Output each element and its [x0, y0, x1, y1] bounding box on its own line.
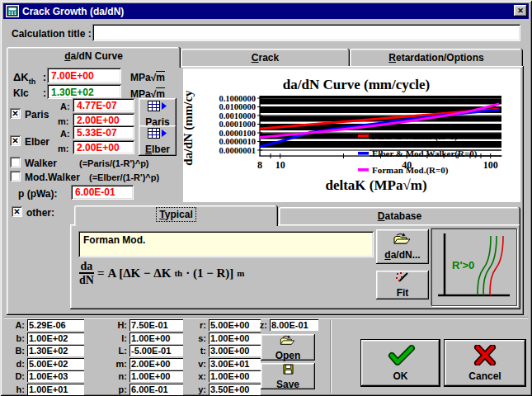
- param-field[interactable]: 7.50E-01: [129, 319, 183, 331]
- param-label: H:: [111, 320, 127, 330]
- elber-a-field[interactable]: 5.33E-07: [73, 125, 134, 139]
- delta-kth-field[interactable]: 7.00E+00: [47, 68, 121, 83]
- param-label: D:: [8, 371, 25, 381]
- fit-wand-icon: [395, 271, 410, 286]
- param-label: n:: [111, 371, 127, 381]
- paris-a-field[interactable]: 4.77E-07: [73, 98, 134, 112]
- param-row: L:-5.00E-01: [111, 345, 183, 356]
- param-label: y:: [190, 384, 206, 394]
- svg-text:0.1000000: 0.1000000: [219, 94, 256, 103]
- close-button[interactable]: ✕: [514, 5, 527, 16]
- save-button[interactable]: Save: [261, 363, 315, 389]
- delta-kth-label: ΔKth :: [13, 71, 46, 86]
- model-name-field[interactable]: Forman Mod.: [78, 231, 374, 257]
- params-col1: A:5.29E-06b:1.00E+02B:1.30E+02d:5.00E+02…: [8, 319, 84, 395]
- cancel-button[interactable]: Cancel: [444, 339, 526, 387]
- param-row: m:2.00E+00: [111, 358, 183, 370]
- walker-checkbox[interactable]: [10, 157, 21, 167]
- calculation-title-input[interactable]: [92, 24, 520, 41]
- param-row: y:3.50E+00: [190, 384, 261, 395]
- param-row: D:1.00E+03: [8, 370, 84, 382]
- ok-check-icon: [384, 345, 417, 369]
- param-row: b:1.00E+02: [8, 332, 84, 344]
- param-field[interactable]: 1.00E+00: [209, 370, 261, 382]
- param-row: A:5.29E-06: [8, 319, 84, 331]
- param-field[interactable]: 1.30E+02: [27, 345, 84, 356]
- tab-crack[interactable]: Crack: [181, 49, 350, 67]
- calculation-title-label: Calculation title :: [12, 28, 92, 40]
- paris-calc-button[interactable]: Paris: [139, 98, 177, 129]
- fit-button[interactable]: Fit: [376, 271, 429, 299]
- param-label: v:: [190, 359, 206, 369]
- delta-kth-unit: MPa√m: [130, 72, 165, 83]
- param-field[interactable]: 5.00E+02: [27, 358, 84, 370]
- param-label: m:: [111, 359, 127, 369]
- dadn-open-button[interactable]: da/dN...: [376, 229, 429, 264]
- bottom-divider: [4, 317, 528, 318]
- param-field[interactable]: 1.00E+03: [27, 370, 84, 382]
- buttons-divider: [330, 320, 332, 393]
- other-checkbox[interactable]: [12, 206, 22, 217]
- param-row: n:1.00E+00: [111, 370, 183, 382]
- mod-walker-label: Mod.Walker: [25, 172, 80, 183]
- crack-growth-equation: dadN = A [ΔK − ΔKth · (1 − R)]m: [79, 261, 245, 285]
- r-gt-0-label: R'>0: [452, 259, 474, 271]
- elber-calc-button[interactable]: Elber: [139, 125, 177, 156]
- calculator-icon: [148, 100, 167, 116]
- param-row: z:8.00E-01: [251, 319, 318, 331]
- param-field[interactable]: 3.00E+01: [209, 358, 261, 370]
- param-field[interactable]: 2.00E+00: [129, 358, 183, 370]
- elber-m-field[interactable]: 2.00E+00: [73, 140, 134, 154]
- param-field[interactable]: 1.00E+01: [27, 384, 84, 395]
- param-row: s:1.00E+00: [190, 332, 261, 344]
- elber-checkbox[interactable]: [10, 135, 21, 146]
- tab-database[interactable]: Database: [279, 207, 520, 225]
- app-icon: [6, 5, 19, 21]
- calculator-icon: [148, 127, 167, 143]
- param-row: B:1.30E+02: [8, 345, 84, 356]
- tab-retardation-options[interactable]: Retardation/Options: [350, 49, 523, 67]
- param-field[interactable]: 1.00E+00: [129, 370, 183, 382]
- elber-a-label: A:: [60, 129, 70, 139]
- calculation-title-value: [92, 24, 520, 26]
- param-field[interactable]: 3.00E+00: [209, 345, 261, 356]
- param-field[interactable]: 8.00E-01: [270, 319, 318, 331]
- param-field[interactable]: -5.00E-01: [129, 345, 183, 356]
- kic-field[interactable]: 1.30E+02: [47, 84, 121, 99]
- open-folder-icon: [393, 233, 412, 248]
- svg-text:0.0000001: 0.0000001: [219, 146, 256, 155]
- param-field[interactable]: 1.00E+00: [129, 332, 183, 344]
- param-label: L:: [111, 346, 127, 356]
- param-field[interactable]: 6.00E-01: [129, 384, 183, 395]
- param-field[interactable]: 5.29E-06: [27, 319, 84, 331]
- param-label: l:: [111, 333, 127, 343]
- svg-text:da/dN (mm/cy: da/dN (mm/cy: [183, 90, 195, 166]
- paris-checkbox[interactable]: [10, 108, 21, 119]
- dadn-chart-plot: 0.10000000.01000000.00100000.00010000.00…: [183, 68, 520, 202]
- ok-button[interactable]: OK: [360, 339, 440, 387]
- param-label: s:: [190, 333, 206, 343]
- svg-text:deltaK (MPa√m): deltaK (MPa√m): [325, 177, 426, 193]
- param-label: A:: [8, 320, 25, 330]
- svg-text:8: 8: [257, 159, 262, 171]
- param-row: t:3.00E+00: [190, 345, 261, 356]
- param-row: H:7.50E-01: [111, 319, 183, 331]
- p-pwa-field[interactable]: 6.00E-01: [71, 185, 134, 200]
- param-field[interactable]: 1.00E+02: [27, 332, 84, 344]
- tab-typical[interactable]: Typical: [74, 205, 278, 226]
- typical-page: Forman Mod. dadN = A [ΔK − ΔKth · (1 − R…: [70, 224, 520, 309]
- param-field[interactable]: 1.00E+00: [209, 332, 261, 344]
- param-field[interactable]: 3.50E+00: [209, 384, 261, 395]
- paris-a-label: A:: [60, 101, 70, 111]
- params-col2: H:7.50E-01l:1.00E+00L:-5.00E-01m:2.00E+0…: [111, 319, 183, 395]
- open-button[interactable]: Open: [261, 334, 315, 361]
- title-bar[interactable]: Crack Growth (da/dN) ✕: [3, 3, 529, 19]
- r-ratio-curves-panel: R'>0: [431, 229, 517, 306]
- param-label: h:: [8, 384, 25, 394]
- mod-walker-checkbox[interactable]: [10, 171, 21, 182]
- walker-label: Walker: [25, 158, 57, 169]
- param-label: x:: [190, 371, 206, 381]
- tab-dadn-curve[interactable]: da/dN Curve: [7, 47, 181, 68]
- svg-text:10: 10: [275, 159, 285, 171]
- cancel-x-icon: [471, 345, 499, 369]
